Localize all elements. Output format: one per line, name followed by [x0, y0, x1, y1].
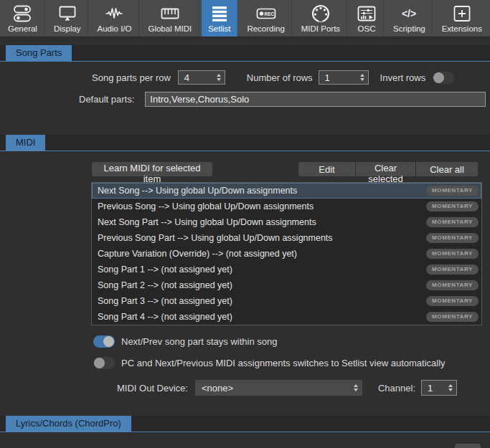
toolbar-label: General	[8, 24, 37, 33]
momentary-badge[interactable]: MOMENTARY	[426, 201, 479, 211]
song-parts-panel: Song parts per row 4 Number of rows 1 In…	[0, 70, 490, 135]
root-folder-row: Root folder: D:\DOKUMENTI\Documents\Gig …	[90, 444, 481, 448]
tab-midi[interactable]: MIDI	[6, 135, 45, 151]
momentary-badge[interactable]: MOMENTARY	[426, 186, 479, 196]
midi-assignment-list: Next Song --> Using global Up/Down assig…	[91, 182, 482, 325]
dropdown-arrows-icon	[354, 384, 358, 392]
toggle-knob	[433, 72, 444, 83]
toolbar-item-recording[interactable]: REC Recording	[240, 0, 291, 37]
toolbar-label: Display	[54, 24, 81, 33]
default-parts-input[interactable]	[145, 92, 486, 107]
clear-selected-button[interactable]: Clear selected	[356, 162, 416, 176]
midi-assignment-row[interactable]: Next Song Part --> Using global Up/Down …	[92, 214, 481, 230]
edit-clear-button-group: Edit Clear selected Clear all	[298, 162, 478, 176]
stay-within-song-toggle[interactable]	[93, 335, 115, 348]
svg-text:REC: REC	[264, 11, 274, 16]
toolbar-label: OSC	[358, 24, 376, 33]
song-parts-row-settings: Song parts per row 4 Number of rows 1 In…	[92, 70, 490, 85]
default-parts-row: Default parts:	[79, 92, 486, 107]
assignment-label: Previous Song --> Using global Up/Down a…	[98, 201, 314, 211]
midi-out-device-value: <none>	[202, 383, 233, 394]
edit-button[interactable]: Edit	[298, 162, 356, 176]
settings-window: General Display Audio I/O Global MIDI	[0, 0, 490, 448]
assignment-label: Previous Song Part --> Using global Up/D…	[98, 233, 333, 243]
switch-setlist-view-row: PC and Next/Previous MIDI assignments sw…	[93, 357, 490, 369]
tab-lyrics-chords[interactable]: Lyrics/Chords (ChordPro)	[6, 416, 131, 432]
momentary-badge[interactable]: MOMENTARY	[426, 217, 479, 227]
midi-out-row: MIDI Out Device: <none> Channel: 1	[117, 380, 490, 396]
lyrics-tabstrip: Lyrics/Chords (ChordPro)	[0, 416, 490, 432]
midi-assignment-row[interactable]: Song Part 2 --> (not assigned yet) MOMEN…	[92, 277, 481, 293]
toolbar-label: Recording	[247, 24, 284, 33]
channel-value: 1	[428, 383, 433, 394]
channel-label: Channel:	[378, 383, 415, 394]
toolbar-item-audio-io[interactable]: Audio I/O	[91, 0, 139, 37]
momentary-badge[interactable]: MOMENTARY	[426, 296, 479, 306]
assignment-label: Capture Variation (Override) --> (not as…	[98, 249, 297, 259]
svg-text:</>: </>	[402, 8, 416, 19]
switch-setlist-view-toggle[interactable]	[93, 357, 115, 369]
per-row-label: Song parts per row	[92, 72, 171, 83]
default-parts-label: Default parts:	[79, 94, 134, 105]
code-icon: </>	[399, 4, 419, 23]
toolbar-label: Scripting	[393, 24, 425, 33]
momentary-badge[interactable]: MOMENTARY	[426, 233, 479, 243]
momentary-badge[interactable]: MOMENTARY	[426, 264, 479, 275]
toolbar-item-midi-ports[interactable]: MIDI Ports	[295, 0, 347, 37]
midi-assignment-row[interactable]: Next Song --> Using global Up/Down assig…	[92, 183, 481, 199]
assignment-label: Song Part 3 --> (not assigned yet)	[98, 296, 232, 306]
rec-icon: REC	[256, 4, 276, 23]
midi-assignment-row[interactable]: Song Part 4 --> (not assigned yet) MOMEN…	[92, 309, 481, 325]
switch-setlist-view-label: PC and Next/Previous MIDI assignments sw…	[121, 358, 446, 368]
assignment-label: Song Part 2 --> (not assigned yet)	[98, 280, 232, 290]
piano-keys-icon	[160, 4, 180, 23]
lyrics-panel: Root folder: D:\DOKUMENTI\Documents\Gig …	[0, 444, 490, 448]
momentary-badge[interactable]: MOMENTARY	[426, 312, 479, 322]
midi-assignment-row[interactable]: Capture Variation (Override) --> (not as…	[92, 246, 481, 262]
assignment-label: Next Song --> Using global Up/Down assig…	[98, 186, 297, 196]
stay-within-song-label: Next/Prev song part stays within song	[121, 336, 278, 347]
toggle-knob	[94, 358, 105, 368]
midi-assignment-row[interactable]: Song Part 3 --> (not assigned yet) MOMEN…	[92, 293, 481, 309]
root-folder-path: D:\DOKUMENTI\Documents\Gig Performer Son…	[151, 446, 415, 448]
toggle-knob	[103, 336, 114, 347]
tab-song-parts[interactable]: Song Parts	[6, 45, 72, 61]
assignment-label: Song Part 1 --> (not assigned yet)	[98, 264, 232, 275]
channel-stepper[interactable]: 1	[421, 380, 457, 396]
number-of-rows-stepper[interactable]: 1	[319, 70, 369, 85]
midi-out-device-label: MIDI Out Device:	[117, 383, 188, 394]
options-toolbar: General Display Audio I/O Global MIDI	[0, 0, 490, 37]
midi-assignment-row[interactable]: Previous Song --> Using global Up/Down a…	[92, 199, 481, 214]
toolbar-item-extensions[interactable]: Extensions	[435, 0, 489, 37]
assignment-label: Next Song Part --> Using global Up/Down …	[98, 217, 316, 227]
plus-box-icon	[452, 4, 472, 23]
midi-assignment-row[interactable]: Previous Song Part --> Using global Up/D…	[92, 230, 481, 246]
toolbar-item-display[interactable]: Display	[47, 0, 88, 37]
midi-panel: Learn MIDI for selected item Edit Clear …	[0, 162, 490, 416]
toolbar-item-osc[interactable]: OSC	[350, 0, 384, 37]
osc-panel-icon	[357, 4, 377, 23]
per-row-value: 4	[184, 72, 189, 83]
assignment-label: Song Part 4 --> (not assigned yet)	[98, 312, 232, 322]
midi-out-device-select[interactable]: <none>	[195, 380, 362, 396]
num-rows-value: 1	[325, 72, 330, 83]
midi-assignment-row[interactable]: Song Part 1 --> (not assigned yet) MOMEN…	[92, 262, 481, 277]
waveform-icon	[105, 4, 125, 23]
momentary-badge[interactable]: MOMENTARY	[426, 249, 479, 259]
toolbar-item-scripting[interactable]: </> Scripting	[387, 0, 433, 37]
momentary-badge[interactable]: MOMENTARY	[426, 280, 479, 290]
toolbar-item-setlist[interactable]: Setlist	[202, 0, 237, 37]
browse-button[interactable]: ...	[455, 444, 481, 448]
song-parts-per-row-stepper[interactable]: 4	[178, 70, 225, 85]
toolbar-label: Global MIDI	[148, 24, 192, 33]
toolbar-item-global-midi[interactable]: Global MIDI	[141, 0, 199, 37]
toolbar-label: MIDI Ports	[301, 24, 340, 33]
midi-din-icon	[311, 4, 331, 23]
clear-all-button[interactable]: Clear all	[416, 162, 478, 176]
learn-midi-button[interactable]: Learn MIDI for selected item	[92, 162, 212, 176]
stay-within-song-row: Next/Prev song part stays within song	[93, 335, 490, 348]
invert-rows-toggle[interactable]	[433, 72, 454, 84]
stepper-arrows-icon	[217, 74, 221, 82]
toolbar-item-general[interactable]: General	[1, 0, 44, 37]
root-folder-label: Root folder:	[90, 446, 138, 448]
